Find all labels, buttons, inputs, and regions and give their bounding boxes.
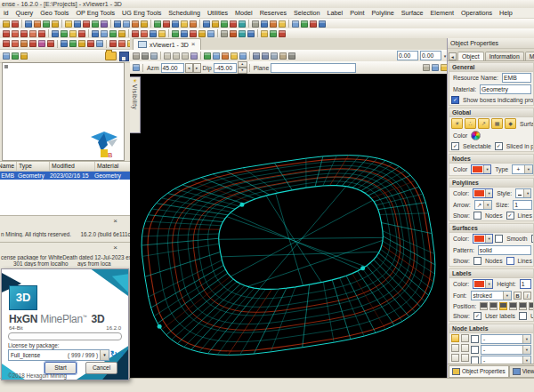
menu-item[interactable]: Operations xyxy=(457,8,496,18)
global-shells-toggle[interactable]: ◆ xyxy=(505,118,516,129)
toolbar-icon[interactable] xyxy=(230,30,237,37)
toolbar-icon[interactable] xyxy=(52,30,59,37)
italic-button[interactable]: I xyxy=(523,292,531,300)
toolbar-icon[interactable] xyxy=(118,30,125,37)
toolbar-icon[interactable] xyxy=(270,30,277,37)
toolbar-icon[interactable] xyxy=(158,30,166,37)
polylines-size-input[interactable]: 1 xyxy=(513,200,532,210)
global-surfaces-toggle[interactable]: ▦ xyxy=(491,118,503,129)
node-label-pos-button[interactable] xyxy=(461,344,469,352)
toolbar-icon[interactable] xyxy=(133,52,140,60)
toolbar-icon[interactable] xyxy=(204,52,211,60)
sliced-checkbox[interactable]: ✓ xyxy=(495,142,503,150)
chevron-down-icon[interactable]: ▾ xyxy=(524,165,532,173)
plane-input[interactable] xyxy=(271,63,356,73)
toolbar-icon[interactable] xyxy=(142,52,149,60)
cancel-button[interactable]: Cancel xyxy=(85,362,117,374)
toolbar-icon[interactable] xyxy=(172,30,179,37)
step-left-icon[interactable]: ◂ xyxy=(185,63,193,73)
select-tool-icon[interactable] xyxy=(133,64,140,71)
bold-button[interactable]: B xyxy=(514,292,522,300)
toolbar-icon[interactable] xyxy=(25,20,32,28)
node-label-pos-button[interactable] xyxy=(461,354,469,362)
toolbar-icon[interactable] xyxy=(114,20,121,28)
viewer-tab[interactable]: xViewer1 - 3D × xyxy=(133,38,201,50)
surfaces-pattern-input[interactable]: solid xyxy=(478,245,531,255)
toolbar-icon[interactable] xyxy=(239,20,246,28)
close-icon[interactable]: × xyxy=(191,41,196,48)
toolbar-icon[interactable] xyxy=(279,30,286,37)
toolbar-icon[interactable] xyxy=(61,30,68,37)
toolbar-icon[interactable] xyxy=(182,52,189,60)
toolbar-icon[interactable] xyxy=(271,52,278,60)
toolbar-icon[interactable] xyxy=(123,20,130,28)
menu-item[interactable]: Model xyxy=(231,8,256,18)
visibility-docked-tab[interactable]: ☀ Visibility xyxy=(130,76,141,133)
node-label-attr-combo[interactable]: -▾ xyxy=(481,334,531,344)
dip-input[interactable]: -45.00 xyxy=(214,63,237,73)
bottom-tab-object-properties[interactable]: Object Properties xyxy=(449,365,509,378)
global-nodes-toggle[interactable]: ∴ xyxy=(465,118,476,129)
selectable-checkbox[interactable]: ✓ xyxy=(451,142,459,150)
azimuth-stepper[interactable]: ◂▸ xyxy=(185,63,201,73)
toolbar-icon[interactable] xyxy=(101,30,108,37)
menu-item[interactable]: Polyline xyxy=(368,8,398,18)
polylines-show-nodes-checkbox[interactable] xyxy=(473,212,481,220)
menu-item[interactable]: Query xyxy=(12,8,37,18)
chevron-down-icon[interactable]: ▾ xyxy=(523,189,531,197)
toolbar-icon[interactable] xyxy=(109,40,117,47)
toolbar-icon[interactable] xyxy=(292,20,299,28)
toolbar-icon[interactable] xyxy=(432,64,439,71)
toolbar-icon[interactable] xyxy=(96,40,103,47)
toolbar-icon[interactable] xyxy=(132,30,139,37)
node-label-attr-checkbox[interactable] xyxy=(471,346,479,354)
toolbar-icon[interactable] xyxy=(154,20,161,28)
column-name[interactable]: Name xyxy=(0,162,17,171)
step-up-icon[interactable]: ▴ xyxy=(238,61,247,68)
labels-height-input[interactable]: 1 xyxy=(520,279,531,289)
toolbar-icon[interactable] xyxy=(109,30,117,37)
toolbar-icon[interactable] xyxy=(69,40,77,47)
toolbar-icon[interactable] xyxy=(74,20,81,28)
polylines-style-combo[interactable]: ▾ xyxy=(515,188,531,198)
tree-node-icon[interactable] xyxy=(4,65,8,68)
toolbar-icon[interactable] xyxy=(261,20,268,28)
toolbar-icon[interactable] xyxy=(34,20,41,28)
toolbar-icon[interactable] xyxy=(310,20,317,28)
open-folder-icon[interactable] xyxy=(105,52,117,60)
align-middle-center-button[interactable] xyxy=(519,302,527,310)
bottom-tab-viewer-properties[interactable]: Viewer Properti xyxy=(509,365,534,378)
chevron-down-icon[interactable]: ▾ xyxy=(483,165,490,173)
menu-item[interactable]: Geo Tools xyxy=(36,8,72,18)
global-polylines-toggle[interactable]: ↗ xyxy=(478,118,490,129)
wireframe-model[interactable] xyxy=(130,74,447,378)
toolbar-icon[interactable] xyxy=(172,20,179,28)
toolbar-icon[interactable] xyxy=(12,52,19,60)
chevron-down-icon[interactable]: ▾ xyxy=(522,335,530,343)
toolbar-icon[interactable] xyxy=(38,30,45,37)
toolbar-icon[interactable] xyxy=(83,20,90,28)
global-visible-toggle[interactable]: ☀ xyxy=(451,118,463,129)
tab-information[interactable]: Information xyxy=(485,52,524,60)
node-label-attr-checkbox[interactable] xyxy=(471,335,479,343)
toolbar-icon[interactable] xyxy=(203,20,210,28)
menu-item[interactable]: Element xyxy=(427,8,457,18)
tab-material[interactable]: Mate xyxy=(525,52,534,60)
node-label-pos-button[interactable] xyxy=(451,354,459,362)
toolbar-icon[interactable] xyxy=(92,20,99,28)
toolbar-icon[interactable] xyxy=(288,52,295,60)
chevron-down-icon[interactable]: ▾ xyxy=(485,189,492,197)
show-boxes-checkbox[interactable]: ✓ xyxy=(451,96,459,104)
chevron-down-icon[interactable]: ▾ xyxy=(483,201,491,209)
node-label-pos-button[interactable] xyxy=(461,334,469,342)
surfaces-smooth-checkbox[interactable] xyxy=(495,235,503,243)
toolbar-icon[interactable] xyxy=(221,30,228,37)
polylines-show-lines-checkbox[interactable]: ✓ xyxy=(506,212,514,220)
toolbar-icon[interactable] xyxy=(212,20,219,28)
polylines-color-picker[interactable]: ▾ xyxy=(473,188,493,198)
menu-item[interactable]: Surface xyxy=(398,8,427,18)
menu-item[interactable]: OP Eng Tools xyxy=(72,8,118,18)
close-icon[interactable]: × xyxy=(113,218,117,224)
toolbar-icon[interactable] xyxy=(87,40,94,47)
toolbar-icon[interactable] xyxy=(279,52,287,60)
